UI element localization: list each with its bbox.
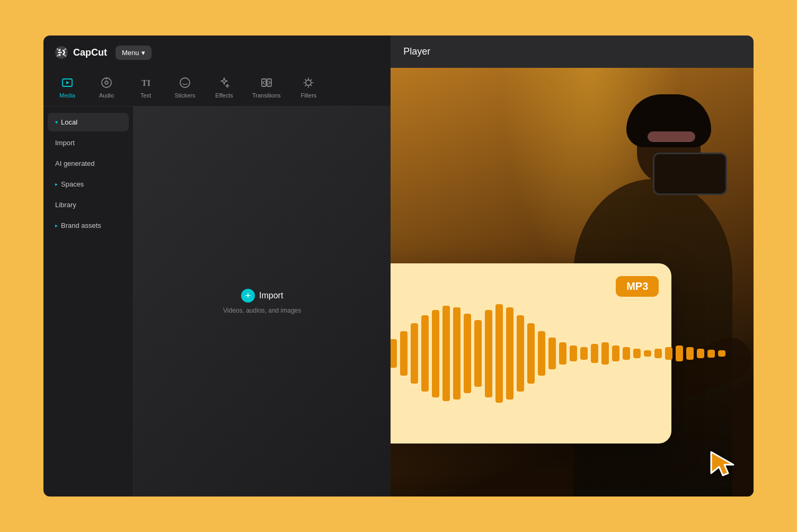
waveform-bar [591, 344, 598, 363]
waveform-bar [517, 315, 524, 392]
logo: CapCut [54, 45, 107, 60]
sidebar-arrow-icon: ▸ [55, 223, 58, 228]
sidebar-arrow-icon: ▸ [55, 181, 58, 187]
waveform-bar [421, 315, 429, 392]
sidebar-arrow-icon: ▾ [55, 119, 58, 125]
waveform-bar [527, 323, 535, 384]
main-content: + Import Videos, audios, and images [134, 107, 391, 496]
waveform-bar [644, 350, 651, 357]
waveform-bar [654, 349, 662, 358]
sidebar-item-label-local: Local [61, 118, 77, 126]
waveform-bar [548, 338, 556, 369]
sidebar-item-label-brand-assets: Brand assets [61, 221, 101, 229]
waveform-bar [391, 339, 397, 368]
svg-marker-1 [66, 81, 69, 84]
app-container: CapCut Menu ▾ MediaAudioTITextStickersEf… [43, 36, 754, 496]
sidebar-item-ai-generated[interactable]: AI generated [48, 154, 129, 173]
waveform-bar [506, 307, 513, 400]
toolbar-item-label-stickers: Stickers [174, 92, 195, 99]
media-icon [61, 77, 73, 90]
filters-icon [303, 77, 314, 90]
waveform-bar [676, 345, 683, 361]
svg-point-3 [105, 81, 108, 84]
toolbar-item-label-effects: Effects [215, 92, 233, 99]
toolbar-item-stickers[interactable]: Stickers [166, 73, 203, 103]
sidebar-item-label-spaces: Spaces [61, 180, 84, 188]
waveform-bar [686, 347, 694, 360]
waveform-bar [601, 342, 609, 365]
toolbar-item-audio[interactable]: Audio [88, 73, 125, 103]
mp3-badge: MP3 [616, 276, 659, 297]
waveform-bar [432, 310, 439, 397]
svg-point-6 [180, 78, 190, 87]
sidebar-item-label-ai-generated: AI generated [55, 159, 94, 167]
waveform-bar [400, 331, 408, 376]
waveform-bar [538, 331, 545, 376]
import-button[interactable]: + Import [241, 289, 283, 303]
toolbar-item-label-transitions: Transitions [252, 92, 280, 99]
waveform [391, 294, 747, 413]
toolbar-item-filters[interactable]: Filters [290, 73, 327, 103]
app-name: CapCut [73, 47, 107, 58]
toolbar-item-label-media: Media [59, 92, 75, 99]
waveform-bar [570, 345, 577, 361]
sidebar-item-local[interactable]: ▾Local [48, 113, 129, 131]
stickers-icon [179, 77, 191, 90]
waveform-bar [623, 347, 630, 360]
toolbar-item-transitions[interactable]: Transitions [245, 73, 288, 103]
waveform-bar [559, 342, 566, 365]
import-plus-icon: + [241, 289, 255, 303]
sidebar-item-label-library: Library [55, 201, 76, 209]
waveform-bar [633, 349, 641, 358]
waveform-bar [474, 320, 482, 387]
transitions-icon [261, 77, 272, 90]
capcut-logo-icon [54, 45, 69, 60]
toolbar-item-text[interactable]: TIText [127, 73, 164, 103]
waveform-bar [442, 306, 450, 401]
toolbar-item-label-filters: Filters [300, 92, 316, 99]
sidebar: ▾LocalImportAI generated▸SpacesLibrary▸B… [43, 107, 134, 496]
text-icon: TI [140, 77, 152, 90]
right-panel: Player MP3 [391, 36, 754, 496]
svg-text:TI: TI [141, 78, 150, 87]
import-label: Import [259, 291, 283, 300]
menu-button[interactable]: Menu ▾ [116, 46, 152, 60]
waveform-bar [697, 349, 704, 358]
import-area: + Import Videos, audios, and images [223, 289, 301, 314]
waveform-bar [707, 350, 715, 358]
audio-icon [101, 77, 112, 90]
waveform-bar [485, 310, 492, 397]
cursor-arrow [706, 447, 738, 481]
waveform-bar [612, 345, 619, 361]
toolbar-item-media[interactable]: Media [49, 73, 86, 103]
waveform-bar [718, 350, 725, 357]
sidebar-item-library[interactable]: Library [48, 196, 129, 214]
header: CapCut Menu ▾ [43, 36, 391, 69]
sidebar-item-spaces[interactable]: ▸Spaces [48, 175, 129, 193]
effects-icon [218, 77, 230, 90]
sidebar-item-label-import: Import [55, 139, 75, 147]
player-title: Player [391, 36, 754, 68]
mp3-card: MP3 [391, 263, 671, 444]
waveform-bar [580, 347, 588, 360]
menu-arrow: ▾ [141, 49, 145, 57]
import-subtitle: Videos, audios, and images [223, 307, 301, 314]
sidebar-item-brand-assets[interactable]: ▸Brand assets [48, 216, 129, 235]
toolbar-item-label-audio: Audio [99, 92, 114, 99]
waveform-bar [464, 314, 471, 393]
waveform-bar [453, 307, 461, 400]
toolbar-item-label-text: Text [140, 92, 151, 99]
waveform-bar [495, 304, 503, 403]
content-area: ▾LocalImportAI generated▸SpacesLibrary▸B… [43, 107, 391, 496]
left-panel: CapCut Menu ▾ MediaAudioTITextStickersEf… [43, 36, 391, 496]
waveform-bar [665, 347, 672, 360]
menu-label: Menu [122, 49, 139, 57]
sidebar-item-import[interactable]: Import [48, 134, 129, 152]
waveform-bar [411, 323, 418, 384]
svg-marker-10 [711, 452, 733, 475]
toolbar-item-effects[interactable]: Effects [206, 73, 243, 103]
toolbar: MediaAudioTITextStickersEffectsTransitio… [43, 69, 391, 107]
